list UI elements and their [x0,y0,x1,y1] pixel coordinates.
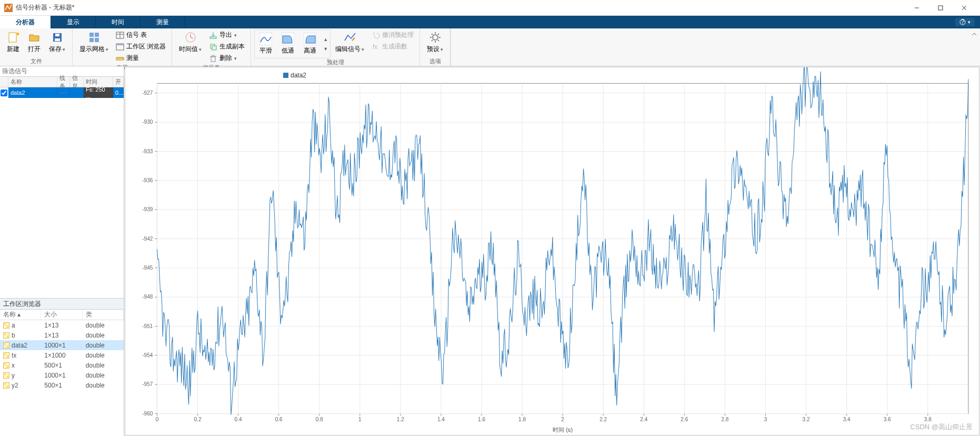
workspace-row[interactable]: b1×13double [0,330,124,340]
table-icon [116,31,124,39]
svg-text:fx: fx [373,43,377,51]
group-options: 预设▾ 选项 [420,28,451,66]
delete-button[interactable]: 删除▾ [206,53,247,64]
svg-rect-62 [6,365,9,369]
legend: data2 [283,72,306,79]
open-button[interactable]: 打开 [24,29,44,55]
svg-line-28 [191,37,193,38]
signal-checkbox[interactable] [1,90,7,96]
svg-rect-10 [55,38,60,41]
svg-text:-942: -942 [142,236,153,242]
new-button[interactable]: ✦ 新建 [3,29,23,55]
svg-point-39 [433,35,438,40]
legend-label: data2 [291,72,306,79]
svg-line-47 [438,34,439,35]
edit-signal-button[interactable]: 编辑信号▾ [332,29,368,55]
svg-rect-59 [6,355,9,359]
minimize-button[interactable] [905,0,928,16]
variable-icon [3,352,9,359]
export-button[interactable]: 导出▾ [206,29,247,41]
svg-text:-954: -954 [142,352,153,358]
workspace-row[interactable]: tx1×1000double [0,350,124,360]
svg-text:3.8: 3.8 [924,417,932,422]
svg-rect-53 [6,335,9,339]
workspace-row[interactable]: y2500×1double [0,380,124,390]
app-logo-icon [4,4,13,12]
undo-icon [372,31,380,39]
svg-rect-55 [4,342,6,345]
tab-time[interactable]: 时间 [96,16,141,28]
display-grid-button[interactable]: 显示网格▾ [76,29,112,55]
wb-col-size[interactable]: 大小 [41,310,82,320]
svg-text:1.4: 1.4 [437,417,445,422]
chevron-down-icon[interactable]: ▼ [323,46,328,52]
tab-measure[interactable]: 测量 [141,16,185,28]
group-layout: 显示网格▾ 信号 表 工作区 浏览器 测量 布局 [73,28,172,66]
signal-table-body: data2 Fs: 250 ... 0... [0,87,124,298]
variable-icon [3,382,9,389]
highpass-button[interactable]: 高通 [300,31,320,57]
copy-icon [209,43,217,51]
save-icon [51,31,64,44]
variable-icon [3,322,9,329]
svg-rect-52 [4,332,6,335]
maximize-button[interactable] [928,0,952,16]
lowpass-button[interactable]: 低通 [278,31,298,57]
chevron-up-icon[interactable]: ▲ [323,37,328,42]
workspace-body: a1×13doubleb1×13doubledata21000×1doublet… [0,320,124,436]
wb-col-name[interactable]: 名称 ▴ [0,310,41,320]
svg-rect-49 [4,322,6,325]
svg-text:0: 0 [156,417,159,422]
window-title: 信号分析器 - 无标题* [16,3,905,12]
variable-icon [3,362,9,369]
wb-col-class[interactable]: 类 [83,310,124,320]
variable-icon [3,372,9,379]
signal-row[interactable]: data2 Fs: 250 ... 0... [0,87,124,98]
svg-text:-939: -939 [142,206,153,212]
content-area: 筛选信号 名称 线条 信息 时间 开 data2 Fs: 250 ... 0..… [0,66,980,436]
svg-rect-32 [211,57,215,62]
workspace-row[interactable]: a1×13double [0,320,124,330]
grid-icon [88,31,101,44]
svg-rect-12 [89,33,94,37]
close-button[interactable] [952,0,976,16]
svg-text:2.8: 2.8 [721,417,728,422]
svg-rect-13 [95,33,99,37]
svg-rect-67 [4,382,6,385]
svg-rect-2 [938,6,943,10]
svg-text:2.6: 2.6 [681,417,688,422]
svg-rect-61 [4,362,6,365]
svg-rect-56 [6,345,9,349]
svg-rect-11 [55,34,59,36]
variable-icon [3,332,9,339]
svg-rect-14 [89,38,94,42]
chart-canvas[interactable]: 00.20.40.60.811.21.41.61.822.22.42.62.83… [125,67,979,435]
workspace-row[interactable]: x500×1double [0,360,124,370]
smooth-button[interactable]: 平滑 [256,31,276,57]
preset-button[interactable]: 预设▾ [423,29,447,55]
time-values-button[interactable]: 时间值▾ [175,29,205,55]
function-icon: fx [372,43,380,51]
open-icon [28,31,41,44]
tab-analyzer[interactable]: 分析器 [0,16,51,28]
generate-copy-button[interactable]: 生成副本 [206,41,247,52]
workspace-row[interactable]: y1000×1double [0,370,124,380]
workspace-row[interactable]: data21000×1double [0,340,124,350]
svg-text:0.6: 0.6 [275,417,283,422]
plot-panel: data2 00.20.40.60.811.21.41.61.822.22.42… [125,67,979,435]
svg-text:1.2: 1.2 [397,417,404,422]
titlebar: 信号分析器 - 无标题* [0,0,980,16]
workspace-browser-toggle[interactable]: 工作区 浏览器 [113,41,168,52]
undo-preprocess-button: 撤消预处理 [369,29,416,41]
tab-display[interactable]: 显示 [51,16,96,28]
save-button[interactable]: 保存▾ [45,29,69,55]
measure-toggle[interactable]: 测量 [113,53,168,64]
svg-text:-960: -960 [142,411,153,417]
help-button[interactable]: ? ▾ [955,18,975,26]
workspace-header: 名称 ▴ 大小 类 [0,310,124,320]
svg-text:2: 2 [561,417,564,422]
trash-icon [209,54,217,63]
legend-swatch-icon [283,73,288,78]
signal-table-toggle[interactable]: 信号 表 [113,29,168,41]
ribbon-collapse-icon[interactable] [971,31,978,39]
